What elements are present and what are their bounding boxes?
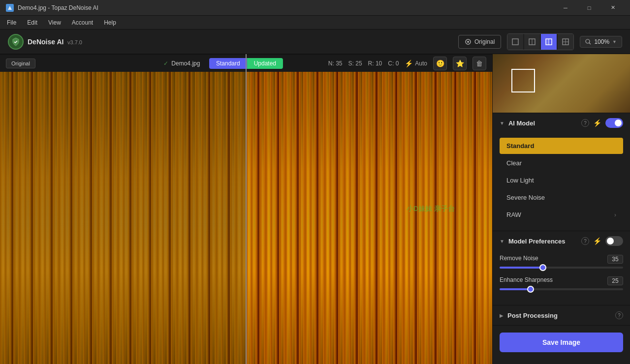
model-preferences-title: Model Preferences: [508, 238, 577, 245]
sharpness-status: S: 25: [348, 60, 362, 67]
file-entry: ✓ Demo4.jpg: [163, 60, 200, 67]
preferences-chevron-icon: ▼: [500, 239, 504, 244]
title-bar-left: Demo4.jpg - Topaz DeNoise AI: [6, 4, 98, 12]
noise-status: N: 35: [328, 60, 343, 67]
ai-model-content: Standard Clear Low Light Severe Noise RA…: [493, 133, 630, 231]
thumbnail-area: [493, 54, 630, 113]
enhance-sharpness-track[interactable]: [500, 288, 623, 290]
preferences-help-icon[interactable]: ?: [581, 237, 589, 245]
model-option-low-light[interactable]: Low Light: [500, 172, 623, 188]
ai-model-lightning-icon: ⚡: [593, 119, 601, 127]
logo-text-area: DeNoise AI v3.7.0: [28, 38, 82, 46]
menu-file[interactable]: File: [2, 18, 21, 28]
model-preferences-section: ▼ Model Preferences ? ⚡ Remove Noise 35: [493, 231, 630, 305]
menu-edit[interactable]: Edit: [22, 18, 42, 28]
original-image-sim: [0, 54, 246, 364]
menu-view[interactable]: View: [43, 18, 66, 28]
auto-label: Auto: [415, 60, 427, 67]
enhance-sharpness-thumb[interactable]: [527, 286, 534, 293]
preferences-toggle[interactable]: [605, 236, 623, 246]
ai-model-title: AI Model: [508, 120, 577, 127]
view-single-button[interactable]: [507, 34, 523, 50]
zoom-level-label: 100%: [594, 38, 609, 45]
auto-group: ⚡ Auto: [405, 60, 427, 67]
logo-area: DeNoise AI v3.7.0: [8, 34, 82, 50]
image-viewer[interactable]: 小D妹妹 亲子台 Original ✓ Demo4.jpg N: 35 S:: [0, 54, 492, 364]
window-controls[interactable]: ─ □ ✕: [554, 0, 624, 16]
canvas-area: 小D妹妹 亲子台: [0, 54, 492, 364]
save-image-button[interactable]: Save Image: [500, 333, 623, 352]
remove-noise-row: Remove Noise 35: [500, 255, 623, 269]
model-option-severe-noise[interactable]: Severe Noise: [500, 189, 623, 206]
original-label: Original: [6, 59, 35, 68]
remove-noise-label-row: Remove Noise 35: [500, 255, 623, 264]
title-bar: Demo4.jpg - Topaz DeNoise AI ─ □ ✕: [0, 0, 630, 16]
original-button[interactable]: Original: [458, 35, 501, 49]
menu-account[interactable]: Account: [67, 18, 98, 28]
post-processing-chevron-icon: ▶: [500, 313, 504, 318]
close-button[interactable]: ✕: [601, 0, 624, 16]
raw-arrow-icon: ›: [614, 212, 616, 218]
original-image: [0, 54, 246, 364]
menu-bar: File Edit View Account Help: [0, 16, 630, 30]
view-split-v-button[interactable]: [524, 34, 540, 50]
svg-marker-0: [8, 6, 12, 10]
ai-model-help-icon[interactable]: ?: [581, 119, 589, 127]
file-name-label: Demo4.jpg: [171, 60, 200, 67]
enhance-sharpness-label: Enhance Sharpness: [500, 276, 553, 285]
app-icon: [6, 4, 14, 12]
model-option-clear[interactable]: Clear: [500, 155, 623, 171]
model-option-standard[interactable]: Standard: [500, 138, 623, 154]
model-option-raw[interactable]: RAW ›: [500, 207, 623, 223]
view-quad-button[interactable]: [558, 34, 573, 50]
window-title: Demo4.jpg - Topaz DeNoise AI: [18, 4, 98, 11]
model-preferences-header[interactable]: ▼ Model Preferences ? ⚡: [493, 231, 630, 251]
model-preferences-content: Remove Noise 35 Enhance Sharpness: [493, 251, 630, 305]
remove-noise-label: Remove Noise: [500, 255, 538, 264]
toolbar: DeNoise AI v3.7.0 Original: [0, 30, 630, 54]
post-processing-header[interactable]: ▶ Post Processing ?: [493, 305, 630, 325]
right-image-panel: 小D妹妹 亲子台: [246, 54, 492, 364]
thumbnail-viewport-box[interactable]: [511, 69, 535, 92]
post-processing-title: Post Processing: [507, 312, 611, 319]
post-processing-help-icon[interactable]: ?: [615, 311, 623, 319]
svg-point-12: [586, 39, 590, 43]
original-button-label: Original: [474, 38, 495, 45]
zoom-control[interactable]: 100% ▼: [580, 36, 622, 48]
svg-point-2: [467, 41, 469, 43]
color-status: C: 0: [388, 60, 399, 67]
svg-rect-3: [512, 39, 518, 45]
svg-line-13: [589, 43, 591, 44]
logo-version: v3.7.0: [67, 39, 82, 45]
logo-app-name: DeNoise AI: [28, 38, 63, 46]
remove-noise-value: 35: [607, 255, 623, 264]
ai-model-toggle[interactable]: [605, 118, 623, 128]
model-badge-standard: Standard: [209, 58, 247, 69]
right-panel: ▼ AI Model ? ⚡ Standard Clear Low Light: [492, 54, 630, 364]
ai-model-section: ▼ AI Model ? ⚡ Standard Clear Low Light: [493, 113, 630, 231]
zoom-chevron-icon: ▼: [612, 39, 617, 44]
app-container: DeNoise AI v3.7.0 Original: [0, 30, 630, 364]
zoom-icon: [585, 39, 591, 45]
enhance-sharpness-value: 25: [607, 276, 623, 285]
recovery-status: R: 10: [368, 60, 382, 67]
file-check-icon: ✓: [163, 60, 168, 67]
menu-help[interactable]: Help: [99, 18, 121, 28]
logo-shield: [8, 34, 24, 50]
star-button[interactable]: ⭐: [453, 57, 467, 70]
minimize-button[interactable]: ─: [554, 0, 577, 16]
view-mode-group: [507, 33, 574, 50]
smiley-button[interactable]: 🙂: [433, 57, 447, 70]
trash-button[interactable]: 🗑: [472, 57, 486, 70]
remove-noise-fill: [500, 267, 543, 269]
lightning-icon: ⚡: [405, 60, 413, 67]
processed-image: [246, 54, 492, 364]
view-split-active-button[interactable]: [541, 34, 557, 50]
maximize-button[interactable]: □: [578, 0, 600, 16]
enhance-sharpness-fill: [500, 288, 531, 290]
remove-noise-thumb[interactable]: [539, 264, 546, 271]
remove-noise-track[interactable]: [500, 267, 623, 269]
enhance-sharpness-label-row: Enhance Sharpness 25: [500, 276, 623, 285]
image-divider[interactable]: [246, 54, 247, 364]
ai-model-header[interactable]: ▼ AI Model ? ⚡: [493, 113, 630, 133]
